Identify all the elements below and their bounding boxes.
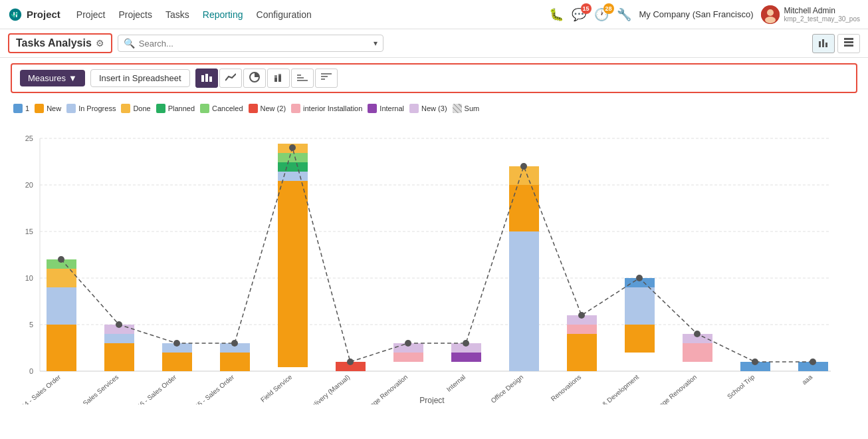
svg-text:Renovations: Renovations (550, 373, 583, 402)
sum-trend-line (61, 148, 813, 362)
legend-label-new2: New (2) (261, 104, 286, 112)
legend-item-1: 1 (13, 104, 29, 113)
search-dropdown-icon[interactable]: ▾ (374, 39, 378, 48)
svg-rect-42 (104, 334, 134, 343)
svg-text:DPC - S00045 - Sales Order: DPC - S00045 - Sales Order (166, 373, 236, 404)
legend-swatch-inprogress (66, 104, 76, 113)
clock-icon-btn[interactable]: 🕐 28 (594, 7, 609, 22)
legend-label-1: 1 (25, 104, 29, 112)
measures-arrow: ▼ (68, 73, 77, 83)
svg-rect-13 (274, 78, 277, 82)
svg-rect-51 (278, 181, 308, 367)
user-details: Mitchell Admin kmp_2_test_may_30_pos (784, 6, 860, 23)
chat-icon-btn[interactable]: 💬 15 (572, 7, 586, 22)
legend-swatch-canceled (200, 104, 209, 113)
company-name: My Company (San Francisco) (639, 9, 754, 19)
bar-agr (47, 256, 76, 371)
svg-point-56 (289, 144, 296, 151)
search-box[interactable]: 🔍 ▾ (118, 35, 383, 52)
svg-rect-5 (825, 43, 827, 47)
svg-point-1 (767, 9, 774, 16)
svg-text:aaa: aaa (800, 373, 814, 386)
legend-item-canceled: Canceled (200, 104, 243, 113)
chart-view-btn[interactable] (812, 34, 835, 53)
svg-text:0: 0 (29, 367, 33, 375)
second-bar: Tasks Analysis ⚙ 🔍 ▾ (0, 29, 868, 58)
bar-s00092 (683, 331, 712, 362)
bug-icon-btn[interactable]: 🐛 (549, 7, 564, 22)
legend-item-sum: Sum (453, 104, 480, 113)
bar-deco (162, 340, 192, 371)
view-toggles (812, 34, 860, 53)
svg-rect-74 (625, 287, 655, 325)
measures-button[interactable]: Measures ▼ (20, 70, 85, 86)
svg-rect-16 (278, 74, 281, 75)
app-logo[interactable]: Project (8, 7, 60, 22)
svg-text:Research & Development: Research & Development (578, 373, 641, 404)
legend-label-canceled: Canceled (212, 104, 243, 112)
x-axis-labels: AGR - S00044 - Sales Order After-Sales S… (0, 373, 814, 404)
legend-label-new: New (47, 104, 61, 112)
wrench-icon-btn[interactable]: 🔧 (617, 7, 631, 22)
sort-asc-btn[interactable] (291, 69, 314, 88)
svg-text:5: 5 (29, 321, 33, 329)
svg-text:15: 15 (25, 227, 33, 235)
search-icon: 🔍 (124, 38, 135, 49)
svg-text:School Trip: School Trip (726, 373, 756, 400)
table-view-btn[interactable] (837, 34, 860, 53)
bar-furniture (336, 359, 366, 371)
legend-item-inprogress: In Progress (66, 104, 116, 113)
bar-aaa (798, 359, 828, 371)
top-nav: Project Project Projects Tasks Reporting… (0, 0, 868, 29)
svg-rect-4 (822, 39, 824, 47)
pie-chart-btn[interactable] (243, 69, 266, 88)
svg-rect-14 (274, 75, 277, 78)
svg-rect-15 (278, 75, 281, 82)
legend-swatch-new3 (409, 104, 419, 113)
nav-configuration[interactable]: Configuration (257, 9, 312, 20)
user-info[interactable]: Mitchell Admin kmp_2_test_may_30_pos (761, 5, 860, 24)
legend-item-interior: interior Installation (291, 104, 362, 113)
legend-label-sum: Sum (465, 104, 480, 112)
line-chart-btn[interactable] (219, 69, 242, 88)
chat-badge: 15 (581, 3, 592, 14)
svg-rect-59 (393, 353, 423, 362)
toolbar-wrapper: Measures ▼ Insert in Spreadsheet (0, 58, 868, 98)
nav-tasks[interactable]: Tasks (165, 9, 189, 20)
svg-rect-70 (567, 325, 597, 334)
legend-item-new3: New (3) (409, 104, 447, 113)
legend-item-internal: Internal (368, 104, 404, 113)
svg-rect-10 (205, 74, 208, 82)
clock-badge: 28 (603, 3, 614, 14)
toolbar: Measures ▼ Insert in Spreadsheet (11, 63, 857, 93)
legend-swatch-1 (13, 104, 23, 113)
user-name: Mitchell Admin (784, 6, 860, 15)
legend-item-new: New (35, 104, 61, 113)
svg-rect-8 (844, 45, 853, 47)
svg-rect-77 (683, 343, 712, 362)
nav-projects[interactable]: Projects (118, 9, 152, 20)
legend-label-planned: Planned (168, 104, 195, 112)
legend-item-new2: New (2) (249, 104, 286, 113)
gear-icon[interactable]: ⚙ (96, 38, 104, 49)
svg-rect-6 (844, 38, 853, 40)
page-title-box: Tasks Analysis ⚙ (8, 33, 112, 53)
svg-rect-37 (47, 287, 76, 325)
bar-chart-btn[interactable] (195, 69, 218, 88)
insert-spreadsheet-button[interactable]: Insert in Spreadsheet (90, 69, 190, 87)
search-input[interactable] (139, 39, 370, 49)
legend-swatch-done (121, 104, 130, 113)
sort-desc-btn[interactable] (315, 69, 338, 88)
svg-point-58 (347, 359, 354, 365)
svg-rect-9 (201, 75, 204, 82)
svg-text:After-Sales Services: After-Sales Services (69, 373, 120, 404)
svg-point-2 (765, 17, 776, 23)
chart-legend: 1 New In Progress Done Planned Canceled … (0, 98, 868, 118)
svg-rect-65 (509, 231, 539, 371)
svg-rect-3 (819, 41, 821, 47)
nav-reporting[interactable]: Reporting (203, 9, 243, 20)
svg-text:Garage Renovation: Garage Renovation (360, 373, 409, 404)
nav-project[interactable]: Project (76, 9, 106, 20)
svg-rect-41 (104, 343, 134, 371)
stacked-bar-btn[interactable] (267, 69, 290, 88)
